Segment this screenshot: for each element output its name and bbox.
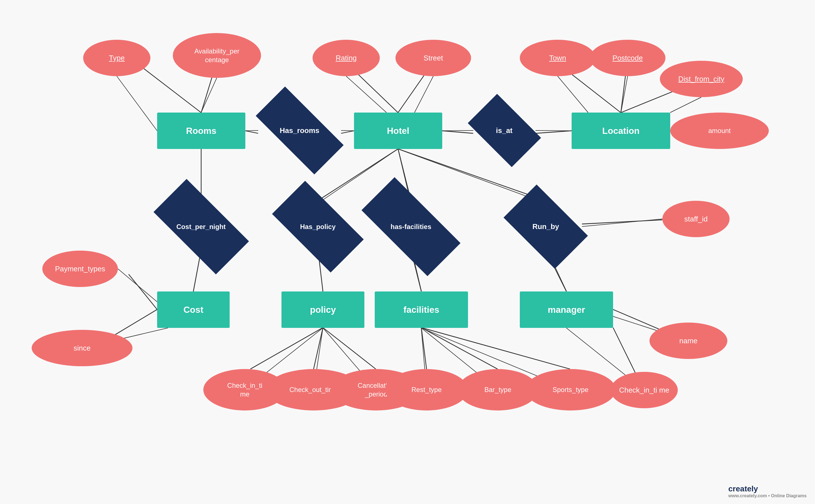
- entity-cost: Cost: [157, 291, 230, 328]
- svg-line-21: [582, 220, 662, 224]
- svg-line-28: [422, 328, 427, 369]
- entity-location: Location: [572, 113, 670, 149]
- svg-line-30: [422, 328, 570, 369]
- attr-rating: Street: [395, 40, 471, 76]
- attr-availability-percentage: Availability_percentage: [173, 33, 261, 78]
- svg-line-6: [442, 131, 473, 133]
- attr-rest-type: Rest_type: [385, 369, 468, 410]
- attr-amount: Payment_types: [42, 251, 118, 287]
- watermark: creately www.creately.com • Online Diagr…: [728, 484, 807, 498]
- attr-postcode: Dist_from_city: [660, 61, 743, 97]
- svg-line-2: [245, 131, 258, 133]
- svg-line-26: [314, 328, 323, 369]
- attr-street: Town: [520, 40, 595, 76]
- attr-payment-types: since: [32, 330, 132, 366]
- svg-line-7: [535, 131, 572, 133]
- svg-line-3: [341, 131, 354, 133]
- attr-since: staff_id: [662, 201, 730, 237]
- attr-name: Rating: [313, 40, 380, 76]
- svg-line-20: [398, 149, 546, 201]
- attr-town: Postcode: [590, 40, 665, 76]
- brand-name: creately: [728, 484, 807, 493]
- svg-line-25: [250, 328, 323, 369]
- attr-staff-id: name: [649, 323, 727, 359]
- entity-facilities: facilities: [375, 291, 468, 328]
- er-diagram: Rooms Hotel Location Cost policy facilit…: [0, 0, 815, 504]
- attr-type: Type: [83, 40, 150, 76]
- attr-sports-type: Sports_type: [525, 369, 616, 410]
- svg-line-27: [323, 328, 376, 369]
- attr-manager-name: Check_in_ti me: [611, 372, 678, 408]
- svg-line-14: [129, 274, 157, 309]
- entity-hotel: Hotel: [354, 113, 442, 149]
- attr-dist-from-city: amount: [670, 113, 769, 149]
- brand-url: www.creately.com • Online Diagrams: [728, 493, 807, 498]
- entity-policy: policy: [281, 291, 364, 328]
- svg-line-29: [422, 328, 498, 369]
- entity-manager: manager: [520, 291, 613, 328]
- entity-rooms: Rooms: [157, 113, 245, 149]
